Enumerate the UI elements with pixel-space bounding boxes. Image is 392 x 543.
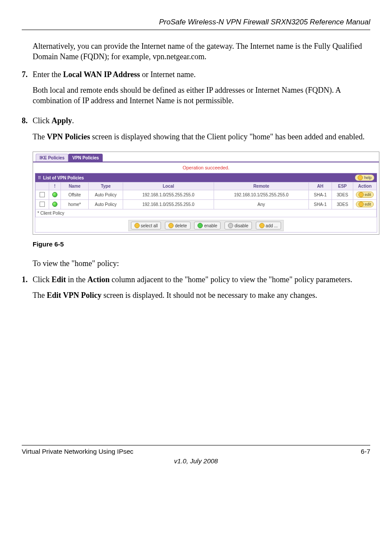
cell-name: home* [61, 200, 89, 209]
text: column adjacent to the "home" policy to … [110, 275, 352, 284]
bold-text: Edit [52, 275, 66, 284]
cell-type: Auto Policy [89, 200, 123, 209]
label: disable [235, 223, 248, 228]
disable-button[interactable]: disable [224, 222, 252, 229]
after-figure-text: To view the "home" policy: [33, 258, 370, 269]
vpn-policies-screenshot: IKE PoliciesVPN Policies Operation succe… [33, 152, 379, 235]
vpn-policies-panel: ⠿List of VPN Policies help ! Name Type L… [35, 173, 377, 233]
enable-icon [198, 223, 203, 228]
step-number: 7. [22, 69, 33, 111]
add-icon [259, 223, 265, 228]
label: delete [175, 223, 187, 228]
tab-vpn-policies[interactable]: VPN Policies [68, 154, 103, 162]
text: or Internet name. [140, 70, 196, 79]
step-number: 1. [22, 274, 33, 306]
edit-icon [358, 202, 364, 207]
panel-title: List of VPN Policies [43, 175, 84, 180]
figure-caption: Figure 6-5 [33, 240, 370, 249]
col-action: Action [353, 182, 377, 190]
edit-icon [358, 192, 364, 197]
bold-text: Local WAN IP Address [63, 70, 140, 79]
text: Click [33, 275, 52, 284]
text: screen is displayed. It should not be ne… [101, 291, 317, 300]
policies-table: ! Name Type Local Remote AH ESP Action O… [35, 182, 377, 217]
cell-name: Offsite [61, 190, 89, 200]
step-8: 8. Click Apply. The VPN Policies screen … [33, 115, 370, 147]
cell-esp: 3DES [332, 200, 353, 209]
panel-header: ⠿List of VPN Policies help [35, 173, 377, 182]
delete-button[interactable]: delete [165, 222, 190, 229]
footer-page-number: 6-7 [361, 447, 370, 456]
table-row: Offsite Auto Policy 192.168.1.0/255.255.… [36, 190, 377, 200]
text: . [72, 116, 74, 125]
help-label: help [364, 175, 372, 180]
bold-text: Action [87, 275, 110, 284]
tab-ike-policies[interactable]: IKE Policies [36, 154, 68, 162]
text: in the [66, 275, 88, 284]
cell-remote: 192.168.10.1/255.255.255.0 [214, 190, 308, 200]
row-checkbox[interactable] [40, 202, 45, 207]
intro-paragraph: Alternatively, you can provide the Inter… [33, 41, 370, 62]
col-esp: ESP [332, 182, 353, 190]
step-7: 7. Enter the Local WAN IP Address or Int… [33, 69, 370, 111]
row-checkbox[interactable] [40, 192, 45, 197]
cell-esp: 3DES [332, 190, 353, 200]
edit-button[interactable]: edit [356, 192, 374, 198]
page-footer: Virtual Private Networking Using IPsec 6… [22, 445, 370, 466]
label: add ... [266, 223, 278, 228]
page-header: ProSafe Wireless-N VPN Firewall SRXN3205… [22, 17, 370, 30]
text: The [33, 291, 47, 300]
help-icon [358, 175, 363, 180]
status-enabled-icon [52, 202, 57, 207]
edit-label: edit [365, 202, 371, 206]
enable-button[interactable]: enable [194, 222, 221, 229]
text: Both local and remote ends should be def… [33, 85, 370, 106]
bold-text: VPN Policies [47, 132, 90, 141]
help-link[interactable]: help [355, 175, 374, 181]
status-message: Operation succeeded. [33, 162, 379, 173]
disable-icon [228, 223, 233, 228]
col-remote: Remote [214, 182, 308, 190]
button-bar: select all delete enable disable add ... [35, 217, 377, 232]
table-header-row: ! Name Type Local Remote AH ESP Action [36, 182, 377, 190]
footer-section: Virtual Private Networking Using IPsec [22, 447, 134, 456]
add-button[interactable]: add ... [256, 222, 281, 229]
cell-local: 192.168.1.0/255.255.255.0 [123, 200, 214, 209]
edit-label: edit [365, 192, 371, 197]
cell-type: Auto Policy [89, 190, 123, 200]
tabs-row: IKE PoliciesVPN Policies [33, 152, 379, 162]
delete-icon [168, 223, 174, 228]
bold-text: Apply [52, 116, 72, 125]
cell-local: 192.168.1.0/255.255.255.0 [123, 190, 214, 200]
text: screen is displayed showing that the Cli… [90, 132, 365, 141]
edit-button[interactable]: edit [356, 201, 374, 207]
cell-ah: SHA-1 [309, 190, 332, 200]
text: Click [33, 116, 52, 125]
step-number: 8. [22, 115, 33, 147]
select-all-icon [134, 223, 140, 228]
bold-text: Edit VPN Policy [47, 291, 101, 300]
col-type: Type [89, 182, 123, 190]
step-1-view: 1. Click Edit in the Action column adjac… [33, 274, 370, 306]
select-all-button[interactable]: select all [131, 222, 161, 229]
text: The [33, 132, 47, 141]
cell-remote: Any [214, 200, 308, 209]
footer-version: v1.0, July 2008 [22, 457, 370, 465]
col-status: ! [49, 182, 61, 190]
client-policy-note: * Client Policy [36, 209, 377, 217]
status-enabled-icon [52, 192, 57, 197]
cell-ah: SHA-1 [309, 200, 332, 209]
table-footnote: * Client Policy [36, 209, 377, 217]
text: Enter the [33, 70, 63, 79]
col-ah: AH [309, 182, 332, 190]
figure-6-5: IKE PoliciesVPN Policies Operation succe… [33, 152, 370, 249]
col-name: Name [61, 182, 89, 190]
label: enable [204, 223, 217, 228]
table-row: home* Auto Policy 192.168.1.0/255.255.25… [36, 200, 377, 209]
col-local: Local [123, 182, 214, 190]
grip-icon: ⠿ [38, 175, 41, 180]
label: select all [141, 223, 158, 228]
